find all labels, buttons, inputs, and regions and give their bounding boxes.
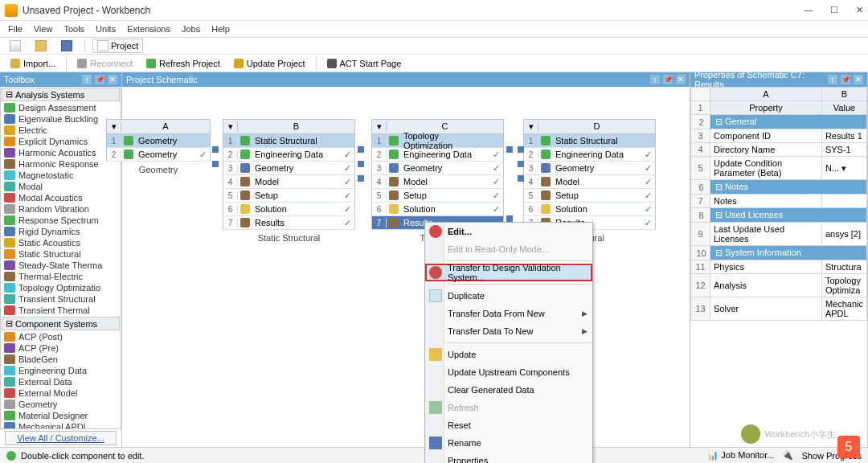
chevron-down-icon[interactable]: ▾ xyxy=(372,121,387,132)
menu-units[interactable]: Units xyxy=(96,24,116,34)
ctx-properties[interactable]: Properties xyxy=(425,452,592,463)
import-button[interactable]: Import... xyxy=(5,57,61,70)
toolbox-item[interactable]: Design Assessment xyxy=(1,102,121,113)
toolbox-item[interactable]: Transient Structural xyxy=(1,293,121,305)
ctx-update[interactable]: Update xyxy=(425,346,592,363)
ctx-edit[interactable]: Edit... xyxy=(425,223,592,240)
system-title-row[interactable]: 1Static Structural xyxy=(223,134,355,148)
system-cell[interactable]: 6Solution✓ xyxy=(223,203,355,216)
toolbox-item[interactable]: Explicit Dynamics xyxy=(1,136,121,147)
system-cell[interactable]: 2Engineering Data✓ xyxy=(371,148,504,162)
system-cell[interactable]: 6Solution✓ xyxy=(523,203,656,216)
system-header[interactable]: ▾D xyxy=(523,119,656,134)
dps-toggle[interactable]: 🔌 xyxy=(782,450,793,461)
menu-help[interactable]: Help xyxy=(211,24,230,34)
chevron-down-icon[interactable]: ▾ xyxy=(223,121,238,132)
toolbox-item[interactable]: Transient Thermal xyxy=(1,305,121,316)
system-title-row[interactable]: 1Static Structural xyxy=(523,134,656,148)
system-cell[interactable]: 6Solution✓ xyxy=(371,203,504,216)
component-systems-category[interactable]: ⊟ Component Systems xyxy=(2,317,120,330)
prop-notes-value[interactable] xyxy=(821,195,866,208)
system-title-row[interactable]: 1Topology Optimization xyxy=(371,134,504,148)
toolbox-item[interactable]: Magnetostatic xyxy=(1,170,121,181)
toolbox-item[interactable]: Material Designer xyxy=(1,410,121,421)
toolbox-item[interactable]: Geometry xyxy=(1,399,121,410)
system-cell[interactable]: 3Geometry✓ xyxy=(371,162,504,175)
ctx-transfer-to-new[interactable]: Transfer Data To New▶ xyxy=(425,322,592,340)
maximize-button[interactable]: ☐ xyxy=(830,5,838,15)
toolbox-item[interactable]: ACP (Pre) xyxy=(1,342,121,354)
toolbox-item[interactable]: Modal xyxy=(1,181,121,192)
system-cell[interactable]: 3Geometry✓ xyxy=(523,162,656,175)
toolbox-item[interactable]: Random Vibration xyxy=(1,203,121,215)
system-cell[interactable]: 5Setup✓ xyxy=(371,189,504,203)
toolbox-item[interactable]: Topology Optimizatio xyxy=(1,282,121,293)
analysis-systems-category[interactable]: ⊟ Analysis Systems xyxy=(2,88,120,101)
ctx-rename[interactable]: Rename xyxy=(425,434,592,452)
props-close-icon[interactable]: ✕ xyxy=(854,75,863,84)
ctx-reset[interactable]: Reset xyxy=(425,416,592,434)
toolbox-item[interactable]: Static Acoustics xyxy=(1,237,121,248)
toolbox-item[interactable]: Electric xyxy=(1,125,121,136)
ctx-transfer-design-validation[interactable]: Transfer to Design Validation System... xyxy=(425,264,592,281)
system-cell[interactable]: 7Results✓ xyxy=(223,216,355,230)
schematic-system[interactable]: ▾B1Static Structural2Engineering Data✓3G… xyxy=(223,119,355,246)
job-monitor-button[interactable]: 📊 Job Monitor... xyxy=(707,450,774,461)
update-project-button[interactable]: Update Project xyxy=(228,57,311,70)
toolbox-item[interactable]: Eigenvalue Buckling xyxy=(1,113,121,125)
refresh-project-button[interactable]: Refresh Project xyxy=(141,57,226,70)
system-header[interactable]: ▾B xyxy=(223,119,355,134)
chevron-down-icon[interactable]: ▾ xyxy=(107,121,121,132)
schematic-system[interactable]: ▾A1Geometry2Geometry✓Geometry xyxy=(106,119,211,178)
new-button[interactable] xyxy=(5,39,26,53)
system-cell[interactable]: 2Geometry✓ xyxy=(106,148,211,162)
system-cell[interactable]: 5Setup✓ xyxy=(223,189,355,203)
props-pin2-icon[interactable]: 📌 xyxy=(841,75,850,84)
system-cell[interactable]: 4Model✓ xyxy=(223,175,355,189)
ctx-update-upstream[interactable]: Update Upstream Components xyxy=(425,363,592,381)
prop-update-cond-value[interactable]: N... ▾ xyxy=(821,157,866,180)
system-cell[interactable]: 3Geometry✓ xyxy=(223,162,355,175)
ctx-transfer-from-new[interactable]: Transfer Data From New▶ xyxy=(425,305,592,322)
schematic-pin-icon[interactable]: ↕ xyxy=(650,75,660,84)
menu-file[interactable]: File xyxy=(8,24,23,34)
props-pin-icon[interactable]: ↕ xyxy=(828,75,837,84)
system-cell[interactable]: 2Engineering Data✓ xyxy=(223,148,355,162)
menu-jobs[interactable]: Jobs xyxy=(182,24,200,34)
toolbox-item[interactable]: ACP (Post) xyxy=(1,331,121,342)
save-button[interactable] xyxy=(56,39,77,53)
toolbox-item[interactable]: Engineering Data xyxy=(1,365,121,376)
project-tab[interactable]: Project xyxy=(92,39,143,53)
toolbox-item[interactable]: Rigid Dynamics xyxy=(1,226,121,237)
system-cell[interactable]: 4Model✓ xyxy=(523,175,656,189)
toolbox-pin-icon[interactable]: ↕ xyxy=(82,75,92,84)
schematic-pin2-icon[interactable]: 📌 xyxy=(663,75,673,84)
reconnect-button[interactable]: Reconnect xyxy=(72,57,138,70)
menu-view[interactable]: View xyxy=(34,24,53,34)
toolbox-item[interactable]: Response Spectrum xyxy=(1,215,121,226)
system-cell[interactable]: 5Setup✓ xyxy=(523,189,656,203)
toolbox-item[interactable]: External Data xyxy=(1,376,121,387)
toolbox-close-icon[interactable]: ✕ xyxy=(108,75,117,84)
toolbox-item[interactable]: Harmonic Response xyxy=(1,158,121,170)
toolbox-item[interactable]: Steady-State Therma xyxy=(1,260,121,271)
menu-tools[interactable]: Tools xyxy=(63,24,84,34)
system-title-row[interactable]: 1Geometry xyxy=(106,134,211,148)
toolbox-item[interactable]: Mechanical APDL xyxy=(1,421,121,429)
toolbox-item[interactable]: External Model xyxy=(1,387,121,399)
toolbox-item[interactable]: Static Structural xyxy=(1,248,121,260)
menu-extensions[interactable]: Extensions xyxy=(127,24,170,34)
toolbox-item[interactable]: Harmonic Acoustics xyxy=(1,147,121,158)
toolbox-item[interactable]: Modal Acoustics xyxy=(1,192,121,203)
schematic-close-icon[interactable]: ✕ xyxy=(676,75,686,84)
minimize-button[interactable]: — xyxy=(804,5,813,15)
ctx-clear-generated[interactable]: Clear Generated Data xyxy=(425,381,592,399)
toolbox-item[interactable]: Thermal-Electric xyxy=(1,271,121,282)
act-start-page-button[interactable]: ACT Start Page xyxy=(321,57,407,70)
ctx-duplicate[interactable]: Duplicate xyxy=(425,287,592,305)
view-all-customize-link[interactable]: View All / Customize... xyxy=(5,431,117,445)
chevron-down-icon[interactable]: ▾ xyxy=(524,121,538,132)
toolbox-item[interactable]: BladeGen xyxy=(1,354,121,365)
toolbox-pin2-icon[interactable]: 📌 xyxy=(95,75,104,84)
system-cell[interactable]: 2Engineering Data✓ xyxy=(523,148,656,162)
